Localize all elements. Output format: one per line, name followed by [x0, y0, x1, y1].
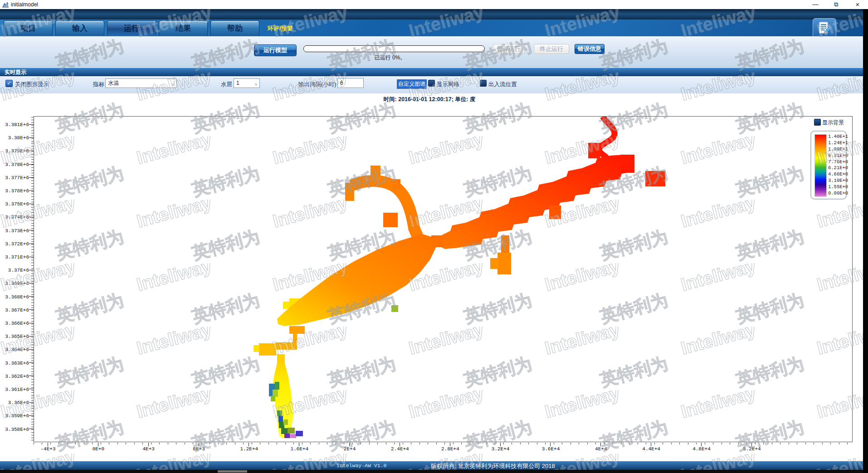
x-tick-label: 8E+3	[185, 446, 214, 452]
y-tick-label: 3.37E+6	[2, 268, 29, 273]
y-tick-label: 3.374E+6	[2, 215, 29, 220]
tab-help[interactable]: 帮助	[210, 20, 259, 36]
show-grid-label: 显示网格	[437, 81, 459, 88]
show-grid-checkbox[interactable]	[428, 80, 435, 87]
right-edge	[863, 9, 868, 473]
x-tick-label: -4E+3	[34, 446, 63, 452]
legend-value: 1.09E+1	[828, 147, 846, 152]
x-tick-label: 2.8E+4	[436, 446, 465, 452]
x-tick-label: 4E+3	[134, 446, 163, 452]
y-axis-labels: 3.381E+6 3.38E+6 3.379E+6 3.378E+6 3.377…	[2, 122, 29, 432]
x-tick-label: 4E+4	[586, 446, 615, 452]
pause-run-button[interactable]: 暂停运行	[493, 44, 525, 54]
x-tick-label: 0E+0	[84, 446, 113, 452]
x-axis-labels: -4E+3 0E+0 4E+3 8E+3 1.2E+4 1.6E+4 2E+4 …	[34, 446, 766, 452]
window-title: initialmodel	[11, 1, 38, 8]
y-tick-label: 3.367E+6	[2, 307, 29, 313]
indicator-value: 水温	[108, 80, 119, 86]
legend-value: 9.31E+0	[828, 153, 846, 158]
y-axis-major-ticks	[29, 124, 34, 431]
time-unit-caption: 时间: 2016-01-01 12:00:17; 单位: 度	[334, 96, 525, 103]
y-tick-label: 3.381E+6	[2, 122, 29, 127]
document-pencil-icon	[816, 20, 833, 37]
status-bar: Intelway-AW V1.0 版权所有: 北京英特利为环境科技有限公司 20…	[0, 461, 868, 470]
terminate-run-button[interactable]: 终止运行	[534, 44, 569, 54]
y-tick-label: 3.373E+6	[2, 228, 29, 234]
x-tick-label: 3.6E+4	[536, 446, 565, 452]
tab-run[interactable]: 运行	[107, 20, 156, 36]
title-bar: initialmodel — ⧉ ×	[0, 0, 868, 10]
tab-project[interactable]: 项目	[4, 20, 53, 36]
legend-value: 4.66E+0	[828, 172, 846, 177]
chevron-down-icon: ˅	[172, 80, 175, 89]
taskbar-notch	[218, 470, 247, 473]
tab-result[interactable]: 结果	[159, 20, 208, 36]
legend-value: 6.21E+0	[828, 166, 846, 171]
indicator-select[interactable]: 水温 ˅	[105, 78, 177, 88]
top-accent-band	[0, 9, 863, 20]
app-window: initialmodel — ⧉ × 项目 输入 运行 结果 帮助 环评/预警 …	[0, 0, 868, 473]
x-tick-label: 5.2E+4	[737, 446, 766, 452]
y-tick-label: 3.358E+6	[2, 427, 29, 432]
y-tick-label: 3.379E+6	[2, 148, 29, 154]
y-tick-label: 3.364E+6	[2, 347, 29, 352]
y-tick-label: 3.369E+6	[2, 281, 29, 286]
y-tick-label: 3.371E+6	[2, 254, 29, 260]
legend-value: 1.24E+1	[828, 141, 846, 146]
inout-flow-label: 出入流位置	[488, 81, 517, 88]
x-tick-label: 2E+4	[335, 446, 364, 452]
indicator-label: 指标	[93, 81, 104, 88]
y-tick-label: 3.366E+6	[2, 321, 29, 326]
color-legend-values: 1.40E+1 1.24E+1 1.09E+1 9.31E+0 7.76E+0 …	[828, 134, 846, 196]
inout-flow-checkbox[interactable]	[480, 80, 487, 87]
show-background-checkbox[interactable]	[814, 119, 821, 126]
legend-value: 7.76E+0	[828, 160, 846, 165]
chevron-down-icon: ˅	[255, 80, 258, 89]
layer-label: 水层	[221, 81, 232, 88]
y-tick-label: 3.375E+6	[2, 201, 29, 207]
x-axis-major-ticks	[48, 443, 753, 446]
layer-select[interactable]: 1 ˅	[234, 78, 260, 88]
y-tick-label: 3.372E+6	[2, 241, 29, 247]
plot-area	[34, 116, 853, 442]
error-info-button[interactable]: 错误信息	[575, 44, 605, 54]
show-background-label: 显示背景	[822, 119, 844, 127]
layer-value: 1	[236, 80, 239, 86]
app-icon	[2, 1, 9, 8]
y-tick-label: 3.376E+6	[2, 188, 29, 194]
restore-button[interactable]: ⧉	[829, 0, 844, 9]
y-tick-label: 3.362E+6	[2, 374, 29, 379]
run-toolbar	[0, 36, 863, 68]
interval-input[interactable]: 6	[337, 78, 364, 88]
run-model-button[interactable]: 运行模型	[254, 44, 297, 56]
close-graph-checkbox[interactable]: ✓	[5, 80, 13, 87]
eia-warning-label: 环评/预警	[268, 24, 293, 33]
y-tick-label: 3.377E+6	[2, 175, 29, 180]
map-lake-body	[277, 234, 437, 326]
close-graph-label: 关闭图形显示	[15, 81, 49, 88]
legend-value: 0.00E+0	[828, 191, 846, 196]
map-southwest-channel	[254, 326, 305, 364]
x-tick-label: 4.8E+4	[687, 446, 716, 452]
x-tick-label: 2.4E+4	[385, 446, 414, 452]
map-heatmap[interactable]	[34, 117, 852, 442]
y-tick-label: 3.368E+6	[2, 294, 29, 300]
legend-value: 1.55E+0	[828, 185, 846, 190]
tab-input[interactable]: 输入	[55, 20, 104, 36]
close-button[interactable]: ×	[850, 0, 865, 9]
y-tick-label: 3.361E+6	[2, 387, 29, 392]
legend-value: 1.40E+1	[828, 134, 846, 139]
tab-bar: 项目 输入 运行 结果 帮助 环评/预警	[0, 20, 863, 36]
progress-caption: 已运行 0%。	[361, 54, 419, 62]
map-northeast-branch	[345, 166, 419, 241]
custom-legend-link[interactable]: 自定义图谱	[397, 79, 427, 89]
legend-value: 3.10E+0	[828, 178, 846, 183]
minimize-button[interactable]: —	[808, 0, 823, 9]
app-version: Intelway-AW V1.0	[336, 463, 386, 468]
x-tick-label: 1.2E+4	[234, 446, 263, 452]
y-tick-label: 3.378E+6	[2, 162, 29, 167]
realtime-section-header: 实时显示	[0, 68, 863, 76]
color-legend-gradient	[814, 134, 827, 197]
y-tick-label: 3.363E+6	[2, 361, 29, 366]
bottom-edge	[0, 470, 868, 473]
